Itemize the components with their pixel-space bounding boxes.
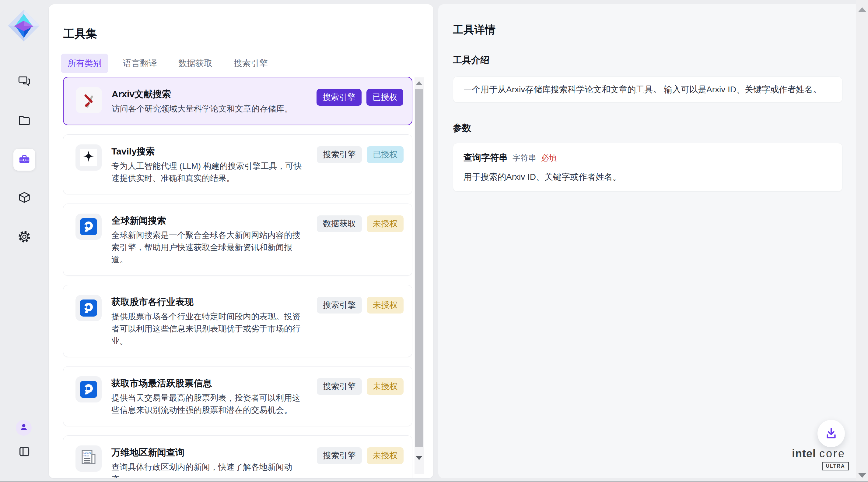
sidebar-item-settings[interactable] [13,226,35,248]
local-news-icon: LOCALNEW [80,449,98,468]
tool-icon [75,376,102,402]
sidebar-item-models[interactable] [13,188,35,209]
intro-text: 一个用于从Arxiv存储库搜索科学论文和文章的工具。 输入可以是Arxiv ID… [464,84,822,96]
toolbox-icon [17,152,31,167]
tool-category-badge: 数据获取 [317,216,362,232]
tool-card[interactable]: 全球新闻搜索 全球新闻搜索是一个聚合全球各大新闻网站内容的搜索引擎，帮助用户快速… [63,203,412,276]
scrollbar-thumb[interactable] [415,89,423,447]
tab-all-categories[interactable]: 所有类别 [61,54,108,73]
juhe-news-icon [80,218,97,235]
tool-description: 专为人工智能代理 (LLM) 构建的搜索引擎工具，可快速提供实时、准确和真实的结… [112,160,307,184]
scroll-up-icon[interactable] [416,81,423,85]
intel-wordmark: intel [792,447,816,460]
param-card: 查询字符串 字符串 必填 用于搜索的Arxiv ID、关键字或作者姓名。 [453,143,842,192]
download-button[interactable] [817,420,845,447]
tool-icon [75,144,102,171]
tool-auth-badge: 未授权 [367,447,404,464]
juhe-news-icon [80,300,97,317]
tool-card[interactable]: 获取股市各行业表现 提供股票市场各个行业在特定时间段内的表现。投资者可以利用这些… [63,285,412,357]
app-root: 工具集 所有类别 语言翻译 数据获取 搜索引擎 Arxiv文献搜索 访问各个研究… [0,0,868,482]
tool-description: 访问各个研究领域大量科学论文和文章的存储库。 [112,103,307,115]
intel-core-ultra-logo: intel core ULTRA [782,447,855,471]
folder-icon [17,113,31,129]
detail-title: 工具详情 [453,23,495,37]
tool-title: 全球新闻搜索 [112,214,307,228]
tool-list-scrollbar[interactable] [414,77,424,474]
cube-icon [17,191,31,206]
tools-panel-title: 工具集 [63,26,97,41]
tool-card[interactable]: 获取市场最活跃股票信息 提供当天交易量最高的股票列表，投资者可以利用这些信息来识… [63,366,412,426]
tool-category-badge: 搜索引擎 [317,378,362,395]
tool-category-badge: 搜索引擎 [317,146,362,163]
juhe-news-icon [80,381,97,398]
tab-translation[interactable]: 语言翻译 [116,54,164,73]
tool-icon [75,214,102,240]
tool-auth-badge: 已授权 [366,89,403,106]
svg-text:LOCAL: LOCAL [83,452,92,454]
tab-search-engine[interactable]: 搜索引擎 [227,54,275,73]
tool-description: 全球新闻搜索是一个聚合全球各大新闻网站内容的搜索引擎，帮助用户快速获取全球最新资… [112,229,307,266]
params-heading: 参数 [453,122,471,134]
category-tabs: 所有类别 语言翻译 数据获取 搜索引擎 [61,54,275,73]
param-description: 用于搜索的Arxiv ID、关键字或作者姓名。 [464,171,832,183]
param-name: 查询字符串 [464,152,508,164]
tool-description: 提供股票市场各个行业在特定时间段内的表现。投资者可以利用这些信息来识别表现优于或… [112,310,307,347]
tool-detail-panel: 工具详情 工具介绍 一个用于从Arxiv存储库搜索科学论文和文章的工具。 输入可… [438,4,862,478]
svg-text:NEW: NEW [83,454,89,457]
tool-title: 获取市场最活跃股票信息 [112,376,307,390]
param-type: 字符串 [513,153,536,163]
tool-auth-badge: 已授权 [367,146,404,163]
tool-icon [76,87,102,113]
app-logo [7,8,41,42]
sidebar-item-chat[interactable] [13,70,35,92]
tool-card[interactable]: Arxiv文献搜索 访问各个研究领域大量科学论文和文章的存储库。 搜索引擎 已授… [63,77,412,125]
scroll-down-icon[interactable] [416,456,423,460]
user-avatar[interactable] [16,420,32,436]
tool-description: 提供当天交易量最高的股票列表，投资者可以利用这些信息来识别流动性强的股票和潜在的… [112,392,307,416]
intro-heading: 工具介绍 [453,54,489,66]
tool-title: 获取股市各行业表现 [112,295,307,309]
sidebar-item-tools[interactable] [13,149,35,171]
sidebar-toggle-icon [17,445,31,460]
tool-title: Arxiv文献搜索 [112,87,307,101]
arxiv-icon [80,90,98,110]
page-scroll-down-icon[interactable] [858,473,866,478]
param-required-badge: 必填 [541,153,557,163]
tools-panel: 工具集 所有类别 语言翻译 数据获取 搜索引擎 Arxiv文献搜索 访问各个研究… [49,4,433,478]
tool-description: 查询具体行政区划内的新闻，快速了解各地新闻动态。 [112,461,307,478]
user-avatar-icon [19,422,29,433]
gear-icon [17,230,31,245]
tool-category-badge: 搜索引擎 [317,447,362,464]
tool-auth-badge: 未授权 [367,378,404,395]
tool-auth-badge: 未授权 [367,216,404,232]
tool-title: Tavily搜索 [112,144,307,159]
tool-title: 万维地区新闻查询 [112,446,307,459]
tool-category-badge: 搜索引擎 [317,297,362,313]
window-bottom-edge [0,481,868,482]
chat-icon [17,74,31,89]
sidebar [0,0,49,482]
tool-card[interactable]: LOCALNEW 万维地区新闻查询 查询具体行政区划内的新闻，快速了解各地新闻动… [63,435,412,478]
ultra-badge: ULTRA [822,462,848,471]
tavily-icon [80,149,97,166]
tool-list: Arxiv文献搜索 访问各个研究领域大量科学论文和文章的存储库。 搜索引擎 已授… [63,77,412,478]
intro-card: 一个用于从Arxiv存储库搜索科学论文和文章的工具。 输入可以是Arxiv ID… [453,77,842,103]
sidebar-toggle[interactable] [14,443,34,462]
tool-icon [75,295,102,321]
tool-auth-badge: 未授权 [367,297,404,313]
tool-category-badge: 搜索引擎 [316,89,362,106]
tool-icon: LOCALNEW [75,446,102,472]
tab-data-fetch[interactable]: 数据获取 [172,54,219,73]
download-icon [824,426,838,441]
core-wordmark: core [819,447,845,460]
sidebar-item-files[interactable] [13,110,35,132]
tool-card[interactable]: Tavily搜索 专为人工智能代理 (LLM) 构建的搜索引擎工具，可快速提供实… [63,134,412,194]
page-scrollbar[interactable] [856,0,868,482]
page-scroll-up-icon[interactable] [858,7,866,12]
